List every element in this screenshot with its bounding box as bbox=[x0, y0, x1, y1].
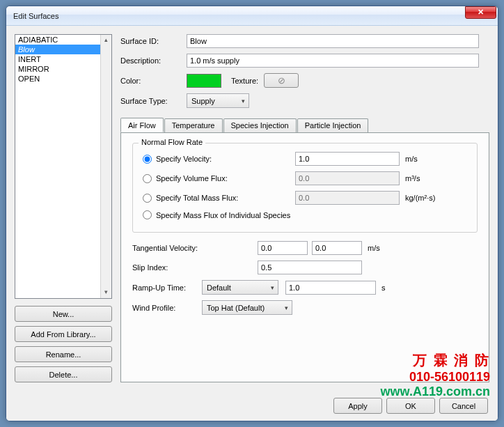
slip-index-input[interactable] bbox=[258, 261, 362, 274]
scroll-down-icon[interactable]: ▾ bbox=[101, 287, 111, 298]
ramp-up-time-select[interactable]: Default bbox=[202, 280, 278, 295]
specify-volume-flux-input[interactable] bbox=[295, 171, 400, 185]
delete-button[interactable]: Delete... bbox=[15, 366, 112, 382]
surface-id-label: Surface ID: bbox=[120, 37, 187, 45]
apply-button[interactable]: Apply bbox=[333, 398, 382, 414]
surfaces-listbox[interactable]: ADIABATIC Blow INERT MIRROR OPEN ▴ ▾ bbox=[15, 34, 112, 299]
tab-species-injection[interactable]: Species Injection bbox=[223, 118, 297, 133]
close-button[interactable]: ✕ bbox=[465, 6, 496, 19]
wind-profile-select[interactable]: Top Hat (Default) bbox=[202, 300, 292, 315]
specify-velocity-input[interactable] bbox=[295, 152, 400, 166]
unit-mps: m/s bbox=[405, 155, 418, 163]
scroll-up-icon[interactable]: ▴ bbox=[101, 35, 111, 46]
color-swatch[interactable] bbox=[187, 74, 221, 88]
ok-button[interactable]: OK bbox=[386, 398, 435, 414]
titlebar: Edit Surfaces ✕ bbox=[6, 6, 498, 26]
listbox-scrollbar[interactable]: ▴ ▾ bbox=[100, 35, 111, 298]
specify-velocity-radio[interactable] bbox=[143, 155, 152, 164]
specify-total-mass-flux-input[interactable] bbox=[295, 191, 400, 205]
tab-air-flow[interactable]: Air Flow bbox=[120, 118, 164, 132]
unit-m3ps: m³/s bbox=[405, 174, 420, 183]
tabstrip: Air Flow Temperature Species Injection P… bbox=[120, 118, 489, 132]
unit-s: s bbox=[381, 284, 386, 292]
specify-total-mass-flux-label: Specify Total Mass Flux: bbox=[156, 194, 295, 202]
list-item[interactable]: MIRROR bbox=[15, 64, 111, 74]
surface-id-input[interactable] bbox=[187, 34, 479, 48]
right-column: Surface ID: Description: Color: Texture:… bbox=[120, 34, 489, 382]
no-texture-icon bbox=[278, 75, 285, 86]
tab-panel-air-flow: Normal Flow Rate Specify Velocity: m/s S… bbox=[120, 132, 489, 382]
left-column: ADIABATIC Blow INERT MIRROR OPEN ▴ ▾ New… bbox=[15, 34, 112, 382]
list-item[interactable]: Blow bbox=[15, 45, 111, 54]
wind-profile-label: Wind Profile: bbox=[132, 304, 202, 312]
list-item[interactable]: ADIABATIC bbox=[15, 35, 111, 45]
new-button[interactable]: New... bbox=[15, 306, 112, 322]
ramp-up-time-label: Ramp-Up Time: bbox=[132, 284, 202, 292]
tab-particle-injection[interactable]: Particle Injection bbox=[297, 118, 369, 133]
content-area: ADIABATIC Blow INERT MIRROR OPEN ▴ ▾ New… bbox=[6, 26, 498, 391]
tangential-velocity-input-1[interactable] bbox=[258, 241, 308, 255]
add-from-library-button[interactable]: Add From Library... bbox=[15, 326, 112, 342]
unit-mps-2: m/s bbox=[368, 244, 380, 252]
unit-kgm2s: kg/(m²·s) bbox=[405, 194, 435, 202]
description-input[interactable] bbox=[187, 54, 479, 68]
specify-volume-flux-radio[interactable] bbox=[143, 174, 152, 183]
list-item[interactable]: OPEN bbox=[15, 74, 111, 84]
cancel-button[interactable]: Cancel bbox=[439, 398, 488, 414]
specify-velocity-label: Specify Velocity: bbox=[156, 155, 295, 163]
specify-volume-flux-label: Specify Volume Flux: bbox=[156, 174, 295, 183]
texture-button[interactable] bbox=[264, 73, 299, 88]
slip-index-label: Slip Index: bbox=[132, 263, 258, 272]
list-item[interactable]: INERT bbox=[15, 54, 111, 64]
texture-label: Texture: bbox=[231, 77, 258, 85]
normal-flow-rate-fieldset: Normal Flow Rate Specify Velocity: m/s S… bbox=[132, 143, 478, 233]
description-label: Description: bbox=[120, 56, 187, 65]
ramp-up-time-input[interactable] bbox=[285, 281, 376, 295]
rename-button[interactable]: Rename... bbox=[15, 346, 112, 362]
tangential-velocity-input-2[interactable] bbox=[312, 241, 362, 255]
specify-mass-flux-species-radio[interactable] bbox=[143, 210, 152, 219]
specify-mass-flux-species-label: Specify Mass Flux of Individual Species bbox=[156, 211, 290, 219]
surface-type-select[interactable]: Supply bbox=[187, 93, 249, 108]
color-label: Color: bbox=[120, 77, 187, 85]
dialog-footer: Apply OK Cancel bbox=[6, 391, 498, 421]
tab-temperature[interactable]: Temperature bbox=[164, 118, 223, 133]
surface-type-label: Surface Type: bbox=[120, 97, 187, 105]
dialog-edit-surfaces: Edit Surfaces ✕ ADIABATIC Blow INERT MIR… bbox=[6, 6, 498, 421]
specify-total-mass-flux-radio[interactable] bbox=[143, 194, 152, 203]
window-title: Edit Surfaces bbox=[13, 12, 465, 20]
fieldset-legend: Normal Flow Rate bbox=[139, 138, 205, 146]
tangential-velocity-label: Tangential Velocity: bbox=[132, 244, 258, 252]
